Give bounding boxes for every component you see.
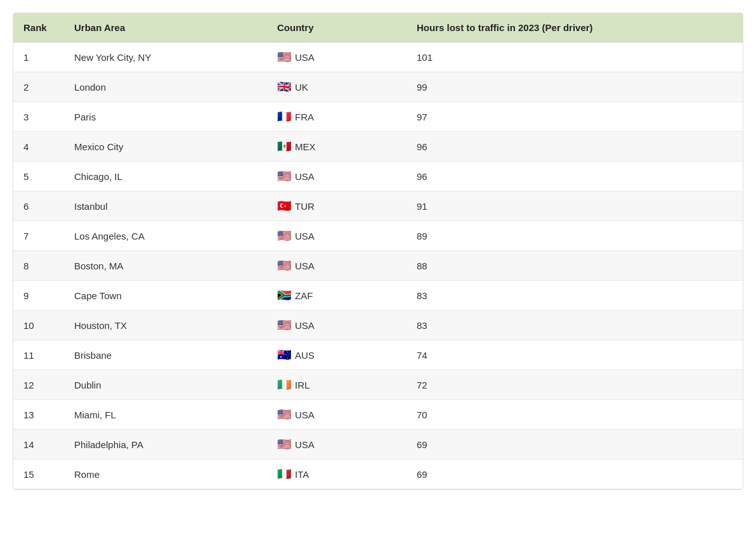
cell-city: Los Angeles, CA bbox=[64, 221, 267, 251]
country-code: MEX bbox=[295, 141, 316, 152]
flag-icon: 🇺🇸 bbox=[277, 439, 291, 450]
cell-country: 🇺🇸USA bbox=[267, 162, 407, 191]
country-code: ZAF bbox=[295, 290, 313, 301]
flag-icon: 🇮🇪 bbox=[277, 379, 291, 390]
flag-icon: 🇿🇦 bbox=[277, 290, 291, 301]
cell-country: 🇺🇸USA bbox=[267, 430, 407, 460]
cell-hours: 83 bbox=[407, 311, 743, 340]
table-row: 15Rome🇮🇹ITA69 bbox=[13, 460, 743, 489]
cell-country: 🇬🇧UK bbox=[267, 72, 407, 102]
country-code: AUS bbox=[295, 350, 315, 361]
header-rank: Rank bbox=[13, 13, 64, 42]
country-code: USA bbox=[295, 52, 315, 63]
cell-country: 🇫🇷FRA bbox=[267, 102, 407, 132]
cell-rank: 1 bbox=[13, 42, 64, 72]
cell-hours: 96 bbox=[407, 162, 743, 191]
cell-city: Paris bbox=[64, 102, 267, 132]
cell-city: Houston, TX bbox=[64, 311, 267, 340]
cell-city: New York City, NY bbox=[64, 42, 267, 72]
header-country: Country bbox=[267, 13, 407, 42]
flag-icon: 🇺🇸 bbox=[277, 319, 291, 331]
flag-icon: 🇺🇸 bbox=[277, 260, 291, 271]
cell-hours: 88 bbox=[407, 251, 743, 281]
cell-city: Rome bbox=[64, 460, 267, 489]
table-row: 6Istanbul🇹🇷TUR91 bbox=[13, 191, 743, 221]
cell-hours: 74 bbox=[407, 340, 743, 370]
cell-hours: 69 bbox=[407, 430, 743, 460]
table-row: 3Paris🇫🇷FRA97 bbox=[13, 102, 743, 132]
flag-icon: 🇫🇷 bbox=[277, 111, 291, 122]
cell-rank: 13 bbox=[13, 400, 64, 430]
cell-city: Istanbul bbox=[64, 191, 267, 221]
cell-hours: 83 bbox=[407, 281, 743, 311]
table-row: 1New York City, NY🇺🇸USA101 bbox=[13, 42, 743, 72]
cell-city: Boston, MA bbox=[64, 251, 267, 281]
cell-city: Chicago, IL bbox=[64, 162, 267, 191]
header-urban-area: Urban Area bbox=[64, 13, 267, 42]
country-code: FRA bbox=[295, 112, 314, 122]
cell-country: 🇹🇷TUR bbox=[267, 191, 407, 221]
cell-hours: 70 bbox=[407, 400, 743, 430]
cell-hours: 72 bbox=[407, 370, 743, 400]
traffic-table-container: Rank Urban Area Country Hours lost to tr… bbox=[13, 13, 743, 490]
cell-country: 🇺🇸USA bbox=[267, 42, 407, 72]
cell-rank: 3 bbox=[13, 102, 64, 132]
cell-city: Brisbane bbox=[64, 340, 267, 370]
flag-icon: 🇺🇸 bbox=[277, 170, 291, 182]
cell-hours: 97 bbox=[407, 102, 743, 132]
country-code: USA bbox=[295, 171, 315, 182]
cell-rank: 4 bbox=[13, 132, 64, 162]
country-code: TUR bbox=[295, 201, 315, 212]
table-row: 10Houston, TX🇺🇸USA83 bbox=[13, 311, 743, 340]
cell-rank: 9 bbox=[13, 281, 64, 311]
flag-icon: 🇬🇧 bbox=[277, 81, 291, 93]
flag-icon: 🇦🇺 bbox=[277, 349, 291, 361]
cell-country: 🇺🇸USA bbox=[267, 400, 407, 430]
table-row: 8Boston, MA🇺🇸USA88 bbox=[13, 251, 743, 281]
flag-icon: 🇹🇷 bbox=[277, 200, 291, 212]
table-row: 9Cape Town🇿🇦ZAF83 bbox=[13, 281, 743, 311]
cell-city: Mexico City bbox=[64, 132, 267, 162]
cell-city: Miami, FL bbox=[64, 400, 267, 430]
cell-rank: 12 bbox=[13, 370, 64, 400]
cell-city: Cape Town bbox=[64, 281, 267, 311]
country-code: IRL bbox=[295, 380, 310, 390]
flag-icon: 🇲🇽 bbox=[277, 141, 291, 152]
cell-rank: 14 bbox=[13, 430, 64, 460]
flag-icon: 🇺🇸 bbox=[277, 230, 291, 241]
cell-hours: 89 bbox=[407, 221, 743, 251]
country-code: UK bbox=[295, 82, 308, 93]
table-row: 2London🇬🇧UK99 bbox=[13, 72, 743, 102]
table-row: 14Philadelphia, PA🇺🇸USA69 bbox=[13, 430, 743, 460]
cell-hours: 101 bbox=[407, 42, 743, 72]
country-code: ITA bbox=[295, 469, 309, 480]
traffic-table: Rank Urban Area Country Hours lost to tr… bbox=[13, 13, 743, 489]
cell-rank: 11 bbox=[13, 340, 64, 370]
cell-country: 🇦🇺AUS bbox=[267, 340, 407, 370]
cell-country: 🇺🇸USA bbox=[267, 251, 407, 281]
cell-rank: 10 bbox=[13, 311, 64, 340]
table-row: 5Chicago, IL🇺🇸USA96 bbox=[13, 162, 743, 191]
cell-hours: 91 bbox=[407, 191, 743, 221]
table-row: 13Miami, FL🇺🇸USA70 bbox=[13, 400, 743, 430]
country-code: USA bbox=[295, 260, 315, 271]
cell-country: 🇺🇸USA bbox=[267, 221, 407, 251]
cell-country: 🇿🇦ZAF bbox=[267, 281, 407, 311]
table-row: 4Mexico City🇲🇽MEX96 bbox=[13, 132, 743, 162]
cell-country: 🇮🇹ITA bbox=[267, 460, 407, 489]
cell-hours: 96 bbox=[407, 132, 743, 162]
cell-country: 🇺🇸USA bbox=[267, 311, 407, 340]
flag-icon: 🇺🇸 bbox=[277, 51, 291, 63]
country-code: USA bbox=[295, 231, 315, 241]
cell-city: Philadelphia, PA bbox=[64, 430, 267, 460]
cell-country: 🇮🇪IRL bbox=[267, 370, 407, 400]
table-header-row: Rank Urban Area Country Hours lost to tr… bbox=[13, 13, 743, 42]
cell-rank: 6 bbox=[13, 191, 64, 221]
cell-hours: 99 bbox=[407, 72, 743, 102]
header-hours: Hours lost to traffic in 2023 (Per drive… bbox=[407, 13, 743, 42]
cell-rank: 5 bbox=[13, 162, 64, 191]
cell-rank: 7 bbox=[13, 221, 64, 251]
table-row: 12Dublin🇮🇪IRL72 bbox=[13, 370, 743, 400]
cell-city: Dublin bbox=[64, 370, 267, 400]
cell-hours: 69 bbox=[407, 460, 743, 489]
